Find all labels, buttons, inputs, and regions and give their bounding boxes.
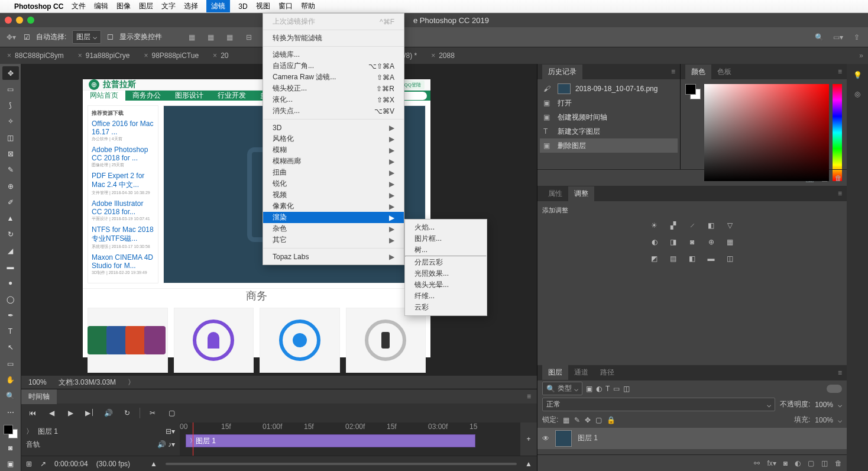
workspace-icon[interactable]: ▭▾ (831, 31, 844, 44)
blend-mode-select[interactable]: 正常⌵ (542, 398, 775, 411)
zoom-slider[interactable] (166, 463, 517, 465)
split-icon[interactable]: ✂ (146, 409, 159, 417)
add-track-icon[interactable]: + (520, 422, 537, 456)
tabs-overflow-icon[interactable]: » (854, 51, 868, 60)
panel-menu-icon[interactable]: ≡ (671, 67, 675, 76)
quickmask-icon[interactable]: ◙ (2, 441, 19, 454)
properties-tab[interactable]: 属性 (542, 186, 568, 201)
colorlookup-icon[interactable]: ▦ (724, 236, 737, 248)
track-row[interactable]: 〉图层 1⊟▾ (26, 425, 175, 438)
menu-window[interactable]: 窗口 (278, 1, 293, 11)
channels-tab[interactable]: 通道 (568, 365, 594, 380)
hand-tool-icon[interactable]: ✋ (2, 373, 19, 386)
panel-menu-icon[interactable]: ≡ (521, 392, 537, 401)
history-tab[interactable]: 历史记录 (542, 64, 582, 79)
new-layer-icon[interactable]: ◫ (821, 459, 828, 467)
filter-smart-icon[interactable]: ◫ (623, 385, 630, 393)
panel-menu-icon[interactable]: ≡ (838, 67, 842, 76)
shape-tool-icon[interactable]: ▭ (2, 357, 19, 370)
adjustment-icon[interactable]: ◐ (795, 459, 801, 467)
curves-icon[interactable]: ⟋ (686, 220, 699, 231)
gradient-tool-icon[interactable]: ▬ (2, 260, 19, 273)
lock-artboard-icon[interactable]: ▢ (595, 416, 602, 424)
menu-item[interactable]: 风格化▶ (263, 133, 404, 144)
trash-icon[interactable]: 🗑 (835, 459, 842, 467)
libraries-icon[interactable]: ◎ (854, 90, 860, 98)
submenu-item[interactable]: 分层云彩 (405, 257, 487, 268)
doc-tab[interactable]: ×20 (206, 47, 235, 64)
brightness-icon[interactable]: ☀ (648, 220, 661, 231)
layer-thumbnail[interactable] (555, 430, 572, 447)
frame-counter-icon[interactable]: ⊞ (26, 460, 32, 468)
submenu-item[interactable]: 云彩 (405, 302, 487, 313)
checkbox-autoselect[interactable]: ☑ (24, 33, 30, 41)
zoom-level[interactable]: 100% (28, 378, 47, 386)
menu-item[interactable]: 自适应广角...⌥⇧⌘A (263, 60, 404, 72)
learn-icon[interactable]: 💡 (853, 71, 862, 79)
menu-item[interactable]: 滤镜库... (263, 49, 404, 60)
panel-menu-icon[interactable]: ≡ (838, 369, 842, 377)
menu-layer[interactable]: 图层 (139, 1, 153, 11)
submenu-item[interactable]: 火焰... (405, 222, 487, 233)
frame-tool-icon[interactable]: ⊠ (2, 147, 19, 160)
photo-filter-icon[interactable]: ◙ (686, 236, 699, 248)
dodge-tool-icon[interactable]: ◯ (2, 292, 19, 306)
autoselect-dropdown[interactable]: 图层 ⌵ (72, 30, 101, 44)
align-icon[interactable]: ▦ (186, 31, 199, 44)
align-icon[interactable]: ▦ (224, 31, 237, 44)
zoom-in-icon[interactable]: ▲ (525, 460, 532, 468)
close-icon[interactable] (5, 17, 12, 24)
audio-row[interactable]: 音轨🔊 ♪▾ (26, 438, 175, 451)
layer-row[interactable]: 👁 图层 1 (537, 428, 847, 449)
zoom-tool-icon[interactable]: 🔍 (2, 389, 19, 403)
submenu-item[interactable]: 纤维... (405, 291, 487, 302)
paths-tab[interactable]: 路径 (594, 365, 620, 380)
menu-view[interactable]: 视图 (256, 1, 270, 11)
posterize-icon[interactable]: ▤ (667, 253, 680, 264)
visibility-icon[interactable]: 👁 (542, 434, 549, 443)
timeline-tab[interactable]: 时间轴 (21, 389, 57, 404)
group-icon[interactable]: ▢ (808, 459, 814, 467)
gradient-map-icon[interactable]: ▬ (705, 253, 718, 264)
menu-item[interactable]: 上次滤镜操作^⌘F (263, 16, 404, 27)
more-tools-icon[interactable]: ⋯ (2, 405, 19, 419)
submenu-item[interactable]: 树... (405, 244, 487, 256)
menu-item[interactable]: 视频▶ (263, 189, 404, 201)
hue-icon[interactable]: ◐ (648, 236, 661, 248)
menu-file[interactable]: 文件 (72, 1, 86, 11)
eyedropper-tool-icon[interactable]: ✎ (2, 163, 19, 177)
traffic-lights[interactable] (5, 17, 34, 24)
color-tab[interactable]: 颜色 (685, 64, 711, 79)
crop-tool-icon[interactable]: ◫ (2, 131, 19, 144)
layer-name[interactable]: 图层 1 (578, 433, 598, 443)
doc-size[interactable]: 文档:3.03M/3.03M (59, 378, 116, 388)
wand-tool-icon[interactable]: ✧ (2, 115, 19, 128)
minimize-icon[interactable] (16, 17, 23, 24)
doc-tab[interactable]: ×88C888piC8ym (0, 47, 71, 64)
fx-icon[interactable]: fx▾ (767, 459, 776, 467)
panel-menu-icon[interactable]: ≡ (838, 189, 842, 198)
next-frame-icon[interactable]: ▶⏐ (83, 409, 96, 417)
playhead[interactable] (193, 422, 193, 456)
menu-item[interactable]: 转换为智能滤镜 (263, 33, 404, 44)
swatches-tab[interactable]: 色板 (711, 64, 737, 79)
color-swatch[interactable] (4, 425, 18, 438)
eraser-tool-icon[interactable]: ◢ (2, 244, 19, 257)
zoom-out-icon[interactable]: ▲ (150, 460, 157, 468)
type-tool-icon[interactable]: T (2, 325, 19, 338)
history-item[interactable]: ▣创建视频时间轴 (540, 110, 678, 124)
transition-icon[interactable]: ▢ (165, 409, 178, 417)
menu-image[interactable]: 图像 (116, 1, 131, 11)
trash-icon[interactable]: 🗑 (835, 174, 842, 182)
render-icon[interactable]: ↗ (40, 460, 46, 468)
vibrance-icon[interactable]: ▽ (724, 220, 737, 231)
menu-item[interactable]: 其它▶ (263, 234, 404, 246)
exposure-icon[interactable]: ◧ (705, 220, 718, 231)
menu-item[interactable]: 消失点...⌥⌘V (263, 105, 404, 117)
audio-icon[interactable]: 🔊 (102, 409, 115, 417)
align-icon[interactable]: ▦ (205, 31, 218, 44)
hue-slider[interactable] (833, 84, 842, 181)
history-item[interactable]: ▣删除图层 (540, 138, 678, 153)
chevron-right-icon[interactable]: 〉 (128, 378, 135, 388)
prev-frame-icon[interactable]: ◀ (45, 409, 58, 417)
